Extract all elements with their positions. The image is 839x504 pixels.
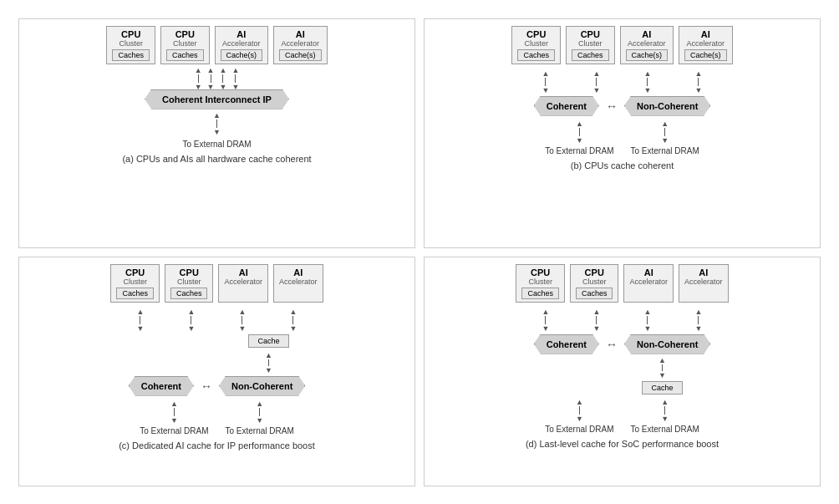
diagram-b: CPU Cluster Caches CPU Cluster Caches AI…	[424, 18, 821, 248]
title-c: (c) Dedicated AI cache for IP performanc…	[119, 440, 315, 451]
dram-row-d: ▲▼ To External DRAM ▲▼ To External DRAM	[545, 398, 699, 434]
cluster-row-d: CPU Cluster Caches CPU Cluster Caches AI…	[516, 264, 728, 303]
banner-row-d: Coherent ↔ Non-Coherent	[534, 334, 711, 354]
connector-b: ↔	[606, 99, 618, 113]
ai-cache-c: Cache	[248, 334, 288, 348]
dram-arrow-a: ▲ ▼	[213, 111, 221, 136]
non-coherent-banner-c: Non-Coherent	[219, 376, 305, 396]
coherent-banner-b: Coherent	[534, 96, 599, 116]
ai-accel-2-c: AI Accelerator	[273, 264, 323, 303]
coherent-banner-d: Coherent	[534, 334, 599, 354]
main-container: CPU Cluster Caches CPU Cluster Caches AI…	[10, 10, 829, 495]
cache-below-row-d: ▲▼ Cache	[428, 354, 816, 395]
ai-accel-2-d: AI Accelerator	[679, 264, 729, 303]
bottom-cache-d: Cache	[642, 381, 682, 395]
cpu-cluster-2-a: CPU Cluster Caches	[160, 26, 210, 64]
dram-row-b: ▲▼ To External DRAM ▲▼ To External DRAM	[545, 120, 699, 155]
arrows-d-top: ▲▼ ▲▼ ▲▼ ▲▼	[428, 308, 816, 333]
cluster-row-a: CPU Cluster Caches CPU Cluster Caches AI…	[106, 26, 327, 64]
title-b: (b) CPUs cache coherent	[571, 160, 674, 171]
cluster-row-c: CPU Cluster Caches CPU Cluster Caches AI…	[110, 264, 323, 303]
cpu-cluster-2-b: CPU Cluster Caches	[566, 26, 615, 64]
connector-c: ↔	[201, 379, 212, 393]
cpu-cluster-2-d: CPU Cluster Caches	[570, 264, 619, 303]
title-a: (a) CPUs and AIs all hardware cache cohe…	[122, 154, 311, 164]
cpu-cluster-1-a: CPU Cluster Caches	[106, 26, 155, 64]
ai-accel-1-c: AI Accelerator	[218, 264, 268, 303]
cpu-cluster-1-c: CPU Cluster Caches	[110, 264, 160, 303]
ai-accel-2-b: AI Accelerator Cache(s)	[679, 26, 733, 64]
cluster-row-b: CPU Cluster Caches CPU Cluster Caches AI…	[511, 26, 732, 64]
interconnect-a: Coherent Interconnect IP	[145, 89, 289, 109]
arrows-c-mid: ▲▼	[23, 351, 411, 374]
banner-row-b: Coherent ↔ Non-Coherent	[534, 96, 711, 116]
cpu-cluster-1-d: CPU Cluster Caches	[516, 264, 565, 303]
banner-row-c: Coherent ↔ Non-Coherent	[129, 376, 306, 396]
ai-accel-1-b: AI Accelerator Cache(s)	[620, 26, 674, 64]
arrows-b: ▲▼ ▲▼ ▲▼ ▲▼	[428, 69, 816, 94]
ai-cache-row-c: Cache	[23, 334, 411, 348]
coherent-banner-c: Coherent	[129, 376, 194, 396]
connector-d: ↔	[606, 338, 618, 351]
non-coherent-banner-d: Non-Coherent	[624, 334, 710, 354]
dram-row-c: ▲▼ To External DRAM ▲▼ To External DRAM	[140, 400, 294, 435]
dram-label-a: To External DRAM	[182, 140, 251, 149]
cpu-cluster-2-c: CPU Cluster Caches	[165, 264, 214, 303]
title-d: (d) Last-level cache for SoC performance…	[526, 439, 719, 449]
non-coherent-banner-b: Non-Coherent	[624, 96, 710, 116]
diagram-a: CPU Cluster Caches CPU Cluster Caches AI…	[18, 18, 415, 248]
arrows-a: ▲▼ ▲▼ ▲▼ ▲▼	[195, 69, 240, 88]
ai-accel-2-a: AI Accelerator Cache(s)	[273, 26, 328, 64]
cpu-cluster-1-b: CPU Cluster Caches	[511, 26, 561, 64]
ai-accel-1-a: AI Accelerator Cache(s)	[215, 26, 269, 64]
ai-accel-1-d: AI Accelerator	[623, 264, 674, 303]
diagram-d: CPU Cluster Caches CPU Cluster Caches AI…	[424, 257, 821, 486]
arrows-c-top: ▲▼ ▲▼ ▲▼ ▲▼	[23, 308, 411, 333]
diagram-c: CPU Cluster Caches CPU Cluster Caches AI…	[18, 257, 415, 486]
